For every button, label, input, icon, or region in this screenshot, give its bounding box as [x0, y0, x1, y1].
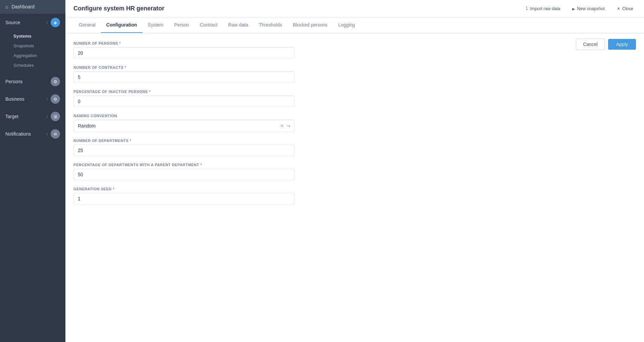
label-naming-convention: NAMING CONVENTION [73, 114, 295, 118]
notifications-label: Notifications [5, 131, 31, 137]
select-clear-icon[interactable]: ✕ [280, 123, 284, 129]
tab-blocked-persons[interactable]: Blocked persons [287, 17, 333, 33]
input-num-persons[interactable] [73, 47, 295, 59]
sidebar-target-header[interactable]: Target ⊞ [0, 108, 65, 125]
sidebar-business-header[interactable]: Business [0, 90, 65, 108]
home-icon [5, 4, 8, 9]
tabs-bar: General Configuration System Person Cont… [65, 17, 644, 33]
sidebar-section-source: Source ◈ Systems Snapshots Aggregation S… [0, 14, 65, 73]
source-sub-items: Systems Snapshots Aggregation Schedules [0, 31, 65, 73]
input-pct-dept-parent[interactable] [73, 169, 295, 180]
tab-thresholds[interactable]: Thresholds [254, 17, 287, 33]
tab-system[interactable]: System [143, 17, 169, 33]
apply-button[interactable]: Apply [608, 39, 636, 50]
notifications-collapse-icon [46, 131, 48, 137]
cancel-button[interactable]: Cancel [576, 39, 605, 50]
sidebar-source-header[interactable]: Source ◈ [0, 14, 65, 31]
tab-logging[interactable]: Logging [333, 17, 360, 33]
tab-person[interactable]: Person [169, 17, 194, 33]
select-chevron-icon: ▾ [287, 123, 290, 129]
business-icon-circle [51, 94, 60, 104]
input-generation-seed[interactable] [73, 193, 295, 204]
new-snapshot-button[interactable]: New snapshot [570, 5, 607, 12]
sidebar-item-dashboard[interactable]: Dashboard [0, 0, 65, 14]
main-content: Configure system HR generator Import raw… [65, 0, 644, 342]
naming-convention-select[interactable]: Random ✕ ▾ [73, 120, 295, 132]
persons-label: Persons [5, 79, 22, 84]
source-icon-circle: ◈ [51, 18, 60, 27]
naming-convention-select-wrapper: Random ✕ ▾ [73, 120, 295, 132]
tab-configuration[interactable]: Configuration [101, 17, 143, 33]
form-actions: Cancel Apply [576, 39, 636, 50]
form-area: Cancel Apply NUMBER OF PERSONS * NUMBER … [65, 33, 644, 342]
form-fields: NUMBER OF PERSONS * NUMBER OF CONTRACTS … [73, 41, 295, 204]
import-icon [526, 6, 528, 11]
label-num-persons: NUMBER OF PERSONS * [73, 41, 295, 45]
sidebar-notifications-header[interactable]: Notifications [0, 125, 65, 143]
target-label: Target [5, 114, 18, 119]
sidebar-item-schedules[interactable]: Schedules [0, 60, 65, 70]
label-num-contracts: NUMBER OF CONTRACTS * [73, 65, 295, 69]
form-group-num-persons: NUMBER OF PERSONS * [73, 41, 295, 59]
target-collapse-icon [46, 113, 48, 119]
tab-raw-data[interactable]: Raw data [223, 17, 254, 33]
page-title: Configure system HR generator [73, 5, 164, 12]
gear-icon [53, 79, 57, 84]
persons-icon-circle [51, 77, 60, 86]
form-group-generation-seed: GENERATION SEED * [73, 187, 295, 204]
sidebar-persons-header[interactable]: Persons [0, 73, 65, 90]
sidebar-item-snapshots[interactable]: Snapshots [0, 41, 65, 51]
sidebar-item-aggregation[interactable]: Aggregation [0, 51, 65, 60]
input-num-departments[interactable] [73, 145, 295, 156]
source-label: Source [5, 20, 20, 25]
close-button[interactable]: Close [614, 5, 636, 12]
input-pct-inactive[interactable] [73, 96, 295, 107]
play-icon [572, 6, 575, 11]
form-group-pct-inactive: PERCENTAGE OF INACTIVE PERSONS * [73, 90, 295, 107]
sidebar-item-systems[interactable]: Systems [0, 31, 65, 41]
import-raw-data-button[interactable]: Import raw data [523, 5, 563, 12]
notifications-icon-circle [51, 129, 60, 139]
business-gear-icon [53, 97, 57, 102]
label-pct-dept-parent: PERCENTAGE OF DEPARTMENTS WITH A PARENT … [73, 163, 295, 167]
mail-icon [54, 132, 57, 137]
form-group-pct-dept-parent: PERCENTAGE OF DEPARTMENTS WITH A PARENT … [73, 163, 295, 180]
tab-contract[interactable]: Contract [195, 17, 223, 33]
header-actions: Import raw data New snapshot Close [523, 5, 636, 12]
label-generation-seed: GENERATION SEED * [73, 187, 295, 191]
label-num-departments: NUMBER OF DEPARTMENTS * [73, 139, 295, 143]
form-group-naming-convention: NAMING CONVENTION Random ✕ ▾ [73, 114, 295, 132]
naming-convention-value: Random [78, 123, 96, 129]
sidebar: Dashboard Source ◈ Systems Snapshots Agg… [0, 0, 65, 342]
form-group-num-contracts: NUMBER OF CONTRACTS * [73, 65, 295, 83]
target-icon-circle: ⊞ [51, 112, 60, 121]
source-collapse-icon [46, 19, 48, 26]
tab-general[interactable]: General [73, 17, 101, 33]
page-header: Configure system HR generator Import raw… [65, 0, 644, 17]
business-label: Business [5, 96, 24, 102]
input-num-contracts[interactable] [73, 71, 295, 83]
dashboard-label: Dashboard [11, 4, 35, 9]
form-group-num-departments: NUMBER OF DEPARTMENTS * [73, 139, 295, 156]
business-collapse-icon [46, 96, 48, 102]
close-icon [617, 6, 620, 11]
label-pct-inactive: PERCENTAGE OF INACTIVE PERSONS * [73, 90, 295, 94]
